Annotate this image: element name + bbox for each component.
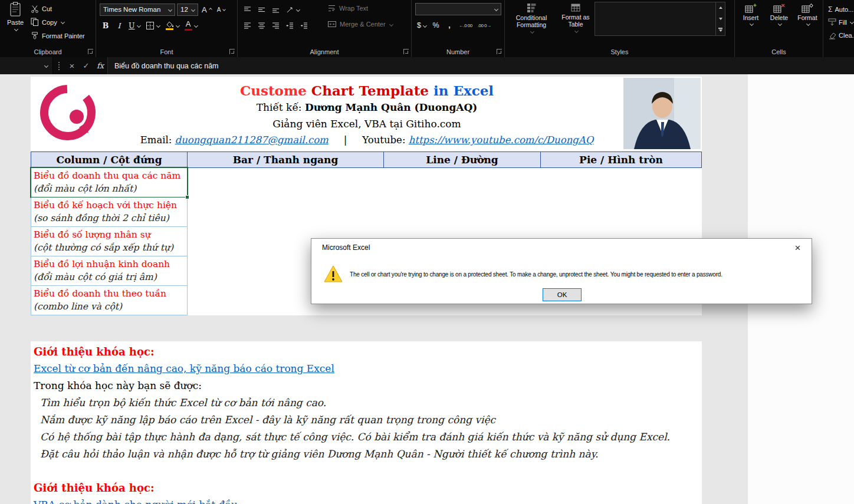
chart-list-item-3[interactable]: Biểu đồ số lượng nhân sự (cột thường có … (31, 227, 188, 256)
format-painter-icon (31, 31, 39, 40)
formula-input[interactable]: Biểu đồ doanh thu qua các năm (107, 57, 854, 74)
wrap-text-button[interactable]: Wrap Text (327, 4, 368, 12)
gallery-down-button[interactable] (716, 14, 725, 25)
gallery-more-button[interactable] (716, 24, 725, 35)
font-name-combo[interactable]: Times New Roman (100, 4, 175, 16)
fill-handle[interactable] (185, 195, 189, 199)
align-center-button[interactable] (255, 19, 268, 32)
underline-button[interactable]: U (127, 19, 142, 32)
decrease-decimal-icon (478, 23, 491, 28)
gallery-up-button[interactable] (716, 2, 725, 14)
copy-button[interactable]: Copy (31, 17, 85, 28)
number-format-combo[interactable] (415, 3, 501, 15)
header-cell-line[interactable]: Line / Đường (384, 151, 541, 168)
ok-button[interactable]: OK (543, 288, 582, 301)
course2-link[interactable]: VBA cơ bản dành cho người mới bắt đầu (34, 498, 238, 504)
middle-align-button[interactable] (255, 3, 268, 16)
align-right-button[interactable] (270, 19, 282, 32)
title-block: Custome Chart Template in Excel Thiết kế… (119, 83, 615, 151)
paste-button[interactable]: Paste (3, 2, 28, 43)
chart-list-item-4[interactable]: Biểu đồ lợi nhuận kinh doanh (đổi màu cộ… (31, 256, 188, 286)
dollar-icon (417, 21, 421, 29)
decrease-decimal-button[interactable] (476, 19, 493, 32)
top-align-button[interactable] (241, 3, 254, 16)
format-as-table-button[interactable]: Format as Table (559, 3, 592, 32)
comma-icon (448, 21, 450, 29)
align-left-button[interactable] (241, 19, 254, 32)
font-color-icon (185, 20, 192, 31)
increase-font-size-button[interactable] (200, 3, 214, 16)
ribbon-group-clipboard: Paste Cut Copy Format Painter Clipboard (0, 0, 96, 57)
font-color-button[interactable] (183, 19, 199, 32)
conditional-formatting-button[interactable]: Conditional Formatting (507, 3, 556, 33)
middle-align-icon (257, 5, 266, 14)
gitiho-logo[interactable] (37, 81, 99, 144)
format-cells-button[interactable]: Format (795, 4, 820, 25)
font-dialog-launcher[interactable] (229, 49, 235, 54)
cancel-button[interactable] (65, 61, 79, 71)
dialog-titlebar[interactable]: Microsoft Excel (311, 239, 812, 256)
shrink-font-icon (217, 5, 221, 14)
chart-list-item-1[interactable]: Biểu đồ doanh thu qua các năm (đổi màu c… (31, 168, 188, 197)
header-cell-bar[interactable]: Bar / Thanh ngang (188, 151, 384, 168)
orientation-icon (285, 5, 294, 14)
course1-link[interactable]: Excel từ cơ bản đến nâng cao, kỹ năng bá… (34, 361, 334, 376)
name-box[interactable] (0, 57, 53, 74)
decrease-font-size-button[interactable] (215, 3, 228, 16)
header-cell-pie[interactable]: Pie / Hình tròn (541, 151, 702, 168)
course2-heading: Giới thiệu khóa học: (34, 480, 155, 495)
wrap-text-icon (327, 4, 336, 12)
accounting-format-button[interactable] (415, 19, 428, 32)
instructor-photo[interactable] (623, 78, 701, 149)
comma-style-button[interactable] (444, 19, 455, 32)
clipboard-dialog-launcher[interactable] (88, 49, 93, 54)
autosum-button[interactable]: Auto... (828, 4, 854, 15)
clipboard-group-label: Clipboard (0, 48, 96, 55)
email-link[interactable]: duongquan211287@gmail.com (175, 134, 329, 146)
enter-button[interactable] (79, 61, 93, 70)
font-group-label: Font (96, 48, 237, 55)
bold-button[interactable]: B (100, 19, 111, 32)
cut-button[interactable]: Cut (31, 3, 85, 14)
alignment-dialog-launcher[interactable] (403, 49, 409, 54)
fill-button[interactable]: Fill (828, 17, 854, 28)
borders-button[interactable] (144, 19, 162, 32)
alignment-group-label: Alignment (238, 48, 411, 55)
chart-list-item-2[interactable]: Biểu đồ kế hoạch với thực hiện (so sánh … (31, 197, 188, 227)
insert-cells-icon (745, 4, 757, 13)
italic-button[interactable]: I (113, 19, 125, 32)
percent-style-button[interactable] (430, 19, 442, 32)
insert-function-button[interactable] (93, 61, 107, 70)
dialog-message: The cell or chart you're trying to chang… (350, 271, 807, 278)
header-cell-column[interactable]: Column / Cột đứng (31, 151, 188, 168)
delete-cells-button[interactable]: Delete (767, 4, 791, 25)
ribbon-group-number: Number (412, 0, 505, 57)
formula-bar-grip[interactable] (58, 62, 60, 70)
merge-center-icon (327, 20, 337, 28)
chart-list-item-5[interactable]: Biểu đồ doanh thu theo tuần (combo line … (31, 286, 188, 315)
cell-styles-gallery[interactable] (594, 2, 725, 36)
bottom-align-icon (271, 5, 280, 14)
clear-button[interactable]: Clea... (828, 29, 854, 41)
font-name-dropdown-icon (168, 7, 172, 11)
format-painter-button[interactable]: Format Painter (31, 30, 85, 41)
fill-color-button[interactable] (163, 19, 181, 32)
number-dialog-launcher[interactable] (497, 49, 502, 54)
course1-point-4: Đặt câu hỏi thảo luận và nhận được hỗ tr… (40, 447, 598, 462)
merge-center-button[interactable]: Merge & Center (327, 20, 393, 28)
increase-indent-button[interactable] (298, 19, 310, 32)
fill-color-icon (165, 21, 174, 30)
warning-icon (323, 265, 343, 284)
protected-sheet-dialog: Microsoft Excel The cell or chart you're… (311, 238, 812, 304)
bottom-align-button[interactable] (270, 3, 282, 16)
insert-cells-button[interactable]: Insert (738, 4, 763, 25)
youtube-link[interactable]: https://www.youtube.com/c/DuongAQ (409, 134, 594, 146)
increase-decimal-button[interactable] (457, 19, 474, 32)
orientation-button[interactable] (284, 3, 301, 16)
doc-title: Custome Chart Template in Excel (119, 83, 615, 101)
font-size-combo[interactable]: 12 (177, 4, 198, 16)
font-size-dropdown-icon (191, 7, 195, 11)
dialog-title: Microsoft Excel (322, 243, 370, 252)
dialog-close-button[interactable] (784, 239, 811, 256)
decrease-indent-button[interactable] (284, 19, 296, 32)
